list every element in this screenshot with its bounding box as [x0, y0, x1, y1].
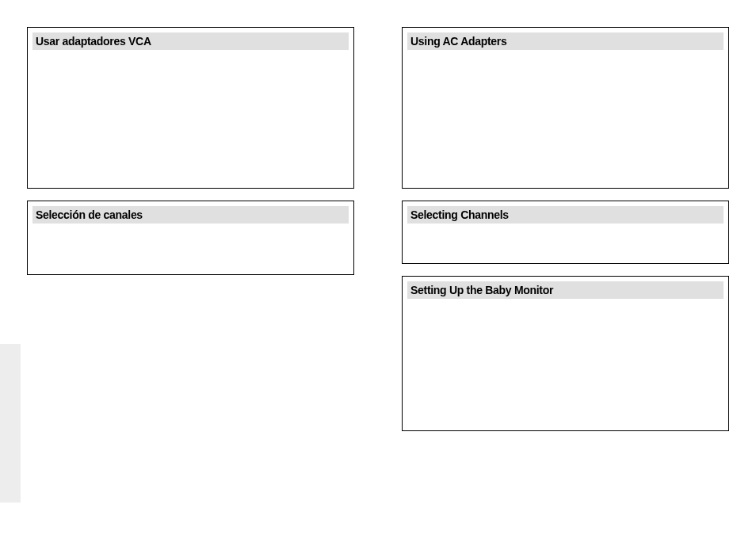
section-title: Usar adaptadores VCA	[32, 32, 349, 50]
section-body	[407, 224, 724, 258]
section-box: Selecting Channels	[402, 201, 729, 264]
section-title: Selección de canales	[32, 206, 349, 224]
section-title: Using AC Adapters	[407, 32, 724, 50]
page-edge-tab	[0, 344, 21, 503]
left-column: Usar adaptadores VCA Selección de canale…	[27, 27, 354, 287]
section-body	[32, 224, 349, 269]
right-column: Using AC Adapters Selecting Channels Set…	[402, 27, 729, 443]
section-body	[32, 50, 349, 183]
section-title: Selecting Channels	[407, 206, 724, 224]
section-box: Usar adaptadores VCA	[27, 27, 354, 189]
section-box: Setting Up the Baby Monitor	[402, 276, 729, 431]
section-box: Selección de canales	[27, 201, 354, 275]
section-title: Setting Up the Baby Monitor	[407, 281, 724, 299]
section-body	[407, 50, 724, 183]
section-body	[407, 299, 724, 426]
section-box: Using AC Adapters	[402, 27, 729, 189]
